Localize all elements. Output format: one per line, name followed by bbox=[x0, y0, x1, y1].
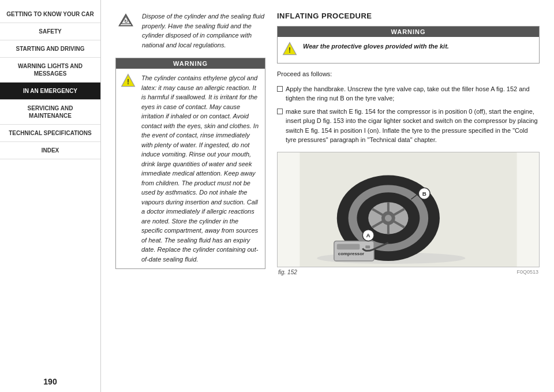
bullet-item-1: Apply the handbrake. Unscrew the tyre va… bbox=[277, 84, 540, 103]
main-content: ↻ Dispose of the cylinder and the sealin… bbox=[101, 0, 554, 392]
svg-text:!: ! bbox=[289, 46, 291, 54]
warning-text-right: Wear the protective gloves provided with… bbox=[303, 42, 449, 51]
svg-text:B: B bbox=[422, 191, 426, 197]
bullet-icon-1 bbox=[277, 86, 283, 92]
sidebar-item-getting-to-know[interactable]: GETTING TO KNOW YOUR CAR bbox=[0, 6, 100, 23]
svg-text:compressor: compressor bbox=[338, 251, 364, 256]
warning-box-left: WARNING ! The cylinder contains ethylene… bbox=[115, 58, 265, 269]
svg-rect-19 bbox=[337, 244, 360, 249]
sidebar-item-starting[interactable]: STARTING AND DRIVING bbox=[0, 40, 100, 58]
sidebar-item-servicing[interactable]: SERVICING AND MAINTENANCE bbox=[0, 100, 100, 125]
figure-caption: fig. 152 F0Q0513 bbox=[277, 269, 540, 275]
svg-rect-20 bbox=[365, 245, 370, 248]
svg-point-17 bbox=[385, 215, 392, 222]
sidebar: GETTING TO KNOW YOUR CAR SAFETY STARTING… bbox=[0, 0, 101, 392]
svg-text:↻: ↻ bbox=[124, 19, 128, 24]
sidebar-item-technical[interactable]: TECHNICAL SPECIFICATIONS bbox=[0, 125, 100, 142]
bullet-item-2: make sure that switch E fig. 154 for the… bbox=[277, 107, 540, 145]
sidebar-item-safety[interactable]: SAFETY bbox=[0, 23, 100, 40]
page-number: 190 bbox=[0, 371, 100, 392]
sidebar-item-emergency[interactable]: IN AN EMERGENCY bbox=[0, 83, 100, 100]
warning-header-right: WARNING bbox=[278, 27, 539, 37]
figure-label: fig. 152 bbox=[278, 269, 297, 275]
info-box: ↻ Dispose of the cylinder and the sealin… bbox=[115, 12, 265, 50]
figure-code: F0Q0513 bbox=[516, 269, 538, 275]
figure-image: compressor A B bbox=[277, 152, 540, 267]
left-column: ↻ Dispose of the cylinder and the sealin… bbox=[115, 12, 265, 380]
info-text: Dispose of the cylinder and the sealing … bbox=[142, 12, 265, 50]
bullet-icon-2 bbox=[277, 109, 283, 114]
warning-triangle-icon-left: ! bbox=[121, 73, 137, 90]
bullet-text-2: make sure that switch E fig. 154 for the… bbox=[286, 107, 540, 145]
warning-text-left: The cylinder contains ethylene glycol an… bbox=[141, 73, 260, 264]
sidebar-item-warning-lights[interactable]: WARNING LIGHTS AND MESSAGES bbox=[0, 58, 100, 83]
warning-triangle-icon-right: ! bbox=[282, 42, 298, 58]
bullet-text-1: Apply the handbrake. Unscrew the tyre va… bbox=[286, 84, 540, 103]
recycle-icon: ↻ bbox=[115, 12, 136, 32]
right-column: INFLATING PROCEDURE WARNING ! Wear the p… bbox=[277, 12, 540, 380]
sidebar-item-index[interactable]: INDEX bbox=[0, 142, 100, 159]
warning-header-left: WARNING bbox=[116, 58, 265, 69]
proceed-label: Proceed as follows: bbox=[277, 69, 540, 80]
section-heading: INFLATING PROCEDURE bbox=[277, 12, 540, 20]
svg-text:A: A bbox=[366, 232, 370, 238]
warning-box-right: WARNING ! Wear the protective gloves pro… bbox=[277, 26, 540, 64]
svg-text:!: ! bbox=[127, 78, 129, 86]
